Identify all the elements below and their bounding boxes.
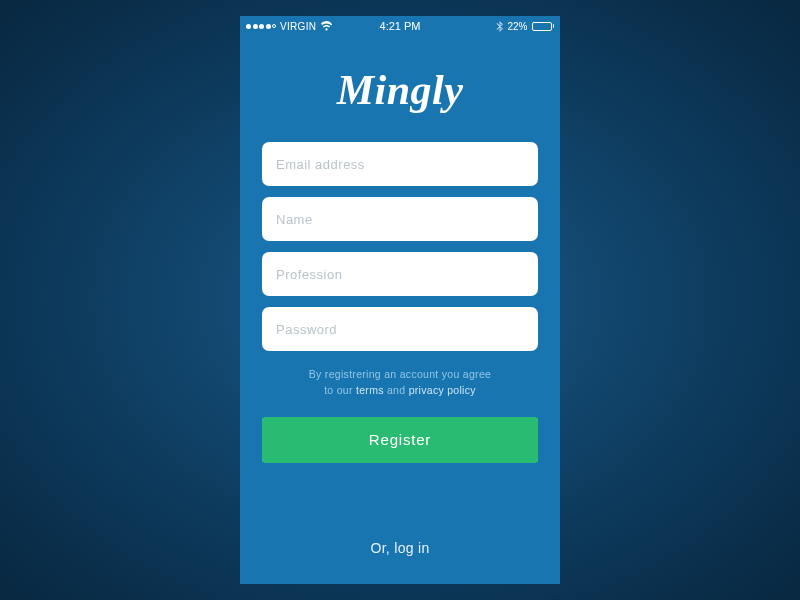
terms-link[interactable]: terms bbox=[356, 384, 384, 396]
login-link[interactable]: Or, log in bbox=[262, 540, 538, 556]
wifi-icon bbox=[320, 21, 333, 31]
profession-input[interactable] bbox=[262, 252, 538, 296]
register-button[interactable]: Register bbox=[262, 417, 538, 463]
status-bar: VIRGIN 4:21 PM 22% bbox=[240, 16, 560, 36]
status-left: VIRGIN bbox=[246, 21, 333, 32]
privacy-policy-link[interactable]: privacy policy bbox=[409, 384, 476, 396]
bluetooth-icon bbox=[496, 21, 503, 32]
password-input[interactable] bbox=[262, 307, 538, 351]
battery-icon bbox=[532, 22, 555, 31]
terms-line1: By registrering an account you agree bbox=[309, 368, 491, 380]
terms-mid: and bbox=[384, 384, 409, 396]
terms-text: By registrering an account you agree to … bbox=[262, 367, 538, 399]
name-input[interactable] bbox=[262, 197, 538, 241]
app-logo: Mingly bbox=[262, 66, 538, 114]
phone-screen: VIRGIN 4:21 PM 22% Mingly By regist bbox=[240, 16, 560, 584]
carrier-label: VIRGIN bbox=[280, 21, 316, 32]
register-form bbox=[262, 142, 538, 351]
signal-strength-icon bbox=[246, 24, 276, 29]
content: Mingly By registrering an account you ag… bbox=[240, 36, 560, 584]
email-input[interactable] bbox=[262, 142, 538, 186]
clock: 4:21 PM bbox=[380, 20, 421, 32]
status-right: 22% bbox=[496, 21, 554, 32]
battery-percent: 22% bbox=[507, 21, 527, 32]
terms-prefix: to our bbox=[324, 384, 356, 396]
